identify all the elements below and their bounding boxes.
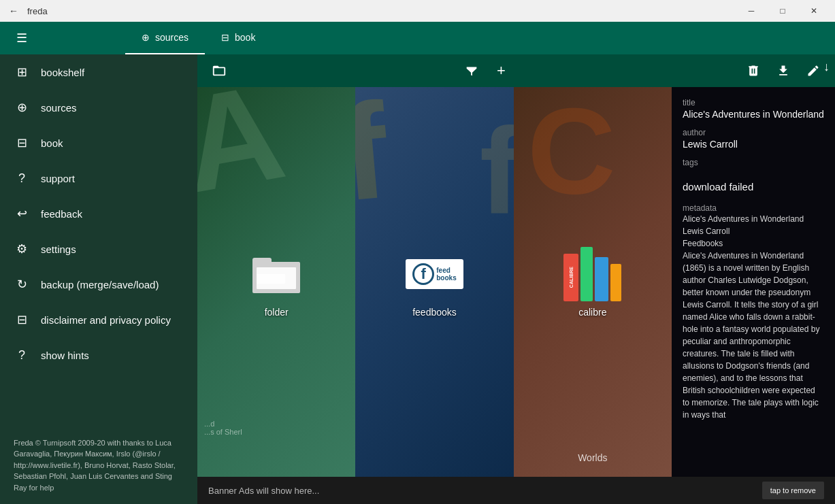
book-tab-label: book (235, 32, 255, 43)
download-icon (776, 63, 790, 78)
sidebar-item-feedback[interactable]: ↩ feedback (0, 196, 197, 231)
import-button[interactable] (206, 57, 233, 84)
support-label: support (41, 173, 75, 184)
title-label: title (683, 98, 824, 107)
feedbooks-text: feedbooks (436, 267, 456, 282)
feedback-icon: ↩ (14, 206, 30, 221)
content-area: + (197, 54, 835, 504)
titlebar: ← freda ─ □ ✕ (0, 0, 835, 22)
filter-button[interactable] (458, 57, 485, 84)
feedbooks-icon-wrapper: f feedbooks (407, 247, 461, 301)
titlebar-left: ← freda (5, 3, 48, 19)
calibre-books: CALIBRE (563, 247, 621, 301)
sidebar-item-sources[interactable]: ⊕ sources (0, 90, 197, 125)
sources-detail-wrapper: A f (197, 87, 835, 477)
feedbooks-logo-inner: f feedbooks (412, 263, 456, 285)
sidebar-item-bookshelf[interactable]: ⊞ bookshelf (0, 54, 197, 90)
backup-icon: ↻ (14, 277, 30, 292)
add-button[interactable]: + (488, 57, 515, 84)
download-button[interactable] (770, 57, 797, 84)
metadata-content: Alice's Adventures in Wonderland Lewis C… (683, 213, 824, 421)
sidebar: ⊞ bookshelf ⊕ sources ⊟ book ? support ↩… (0, 54, 197, 504)
book-green (580, 247, 593, 301)
sidebar-item-support[interactable]: ? support (0, 161, 197, 196)
book-red: CALIBRE (563, 254, 578, 301)
filter-icon (464, 63, 479, 78)
sidebar-item-backup[interactable]: ↻ backup (merge/save/load) (0, 267, 197, 302)
feedbooks-label: feedbooks (412, 307, 457, 318)
sidebar-item-disclaimer[interactable]: ⊟ disclaimer and privacy policy (0, 302, 197, 337)
settings-icon: ⚙ (14, 241, 30, 256)
sidebar-item-hints[interactable]: ? show hints (0, 337, 197, 373)
book-label: book (41, 137, 63, 149)
book-blue (595, 257, 608, 301)
sidebar-footer: Freda © Turnipsoft 2009-20 with thanks t… (0, 426, 197, 505)
title-section: title Alice's Adventures in Wonderland (683, 98, 824, 120)
bookshelf-label: bookshelf (41, 67, 84, 78)
book-tab-icon: ⊟ (221, 32, 229, 43)
source-calibre[interactable]: C CALIBRE (514, 87, 672, 477)
hints-icon: ? (14, 348, 30, 363)
maximize-button[interactable]: □ (767, 0, 798, 22)
banner: Banner Ads will show here... tap to remo… (197, 477, 835, 504)
feedback-label: feedback (41, 208, 82, 220)
calibre-label: calibre (578, 307, 606, 318)
author-value: Lewis Carroll (683, 139, 824, 150)
detail-panel: ↓ title Alice's Adventures in Wonderland… (672, 87, 835, 477)
author-section: author Lewis Carroll (683, 128, 824, 150)
folder-partial-text: ...d...s of Sherl (204, 420, 242, 436)
feedbooks-content: f feedbooks feedbooks (407, 247, 461, 318)
tab-book[interactable]: ⊟ book (205, 22, 272, 54)
worlds-text: Worlds (578, 452, 607, 463)
app-container: ☰ ⊕ sources ⊟ book ⊞ bookshelf ⊕ sources (0, 22, 835, 504)
edit-button[interactable] (800, 57, 827, 84)
delete-button[interactable] (740, 57, 767, 84)
metadata-label: metadata (683, 203, 824, 213)
title-value: Alice's Adventures in Wonderland (683, 109, 824, 120)
edit-icon (806, 63, 820, 78)
sources-icon: ⊕ (14, 100, 30, 115)
delete-icon (747, 63, 760, 78)
sidebar-item-settings[interactable]: ⚙ settings (0, 231, 197, 267)
main-area: ⊞ bookshelf ⊕ sources ⊟ book ? support ↩… (0, 54, 835, 504)
bookshelf-icon: ⊞ (14, 65, 30, 80)
tags-section: tags (683, 158, 824, 167)
close-button[interactable]: ✕ (798, 0, 830, 22)
banner-dismiss-button[interactable]: tap to remove (762, 482, 824, 499)
svg-rect-3 (257, 274, 285, 284)
back-button[interactable]: ← (5, 3, 22, 19)
hints-label: show hints (41, 350, 89, 361)
disclaimer-icon: ⊟ (14, 312, 30, 327)
sidebar-item-book[interactable]: ⊟ book (0, 125, 197, 161)
author-label: author (683, 128, 824, 137)
svg-rect-1 (252, 258, 272, 267)
minimize-button[interactable]: ─ (736, 0, 767, 22)
download-status: download failed (683, 181, 824, 192)
source-folder[interactable]: A f (197, 87, 355, 477)
folder-content: folder (249, 247, 304, 318)
banner-text: Banner Ads will show here... (208, 486, 319, 496)
toolbar: + (197, 54, 835, 87)
calibre-icon-wrapper: CALIBRE (566, 247, 620, 301)
metadata-section: metadata Alice's Adventures in Wonderlan… (683, 203, 824, 421)
hamburger-button[interactable]: ☰ (11, 28, 33, 48)
sources-grid: A f (197, 87, 672, 477)
folder-label: folder (265, 307, 289, 318)
settings-label: settings (41, 243, 76, 255)
tab-sources[interactable]: ⊕ sources (125, 22, 205, 54)
source-feedbooks[interactable]: f f f feedbooks (355, 87, 513, 477)
top-nav: ☰ ⊕ sources ⊟ book (0, 22, 835, 54)
nav-tabs: ⊕ sources ⊟ book (125, 22, 272, 54)
book-icon: ⊟ (14, 135, 30, 150)
calibre-content: CALIBRE calibre (566, 247, 620, 318)
window-controls: ─ □ ✕ (736, 0, 830, 22)
sources-label: sources (41, 102, 77, 114)
sources-tab-label: sources (155, 32, 189, 43)
tags-label: tags (683, 158, 824, 167)
add-icon: + (497, 62, 506, 80)
support-icon: ? (14, 171, 30, 186)
app-title: freda (27, 6, 48, 16)
import-icon (212, 63, 227, 78)
book-yellow (610, 264, 621, 301)
disclaimer-label: disclaimer and privacy policy (41, 314, 171, 326)
